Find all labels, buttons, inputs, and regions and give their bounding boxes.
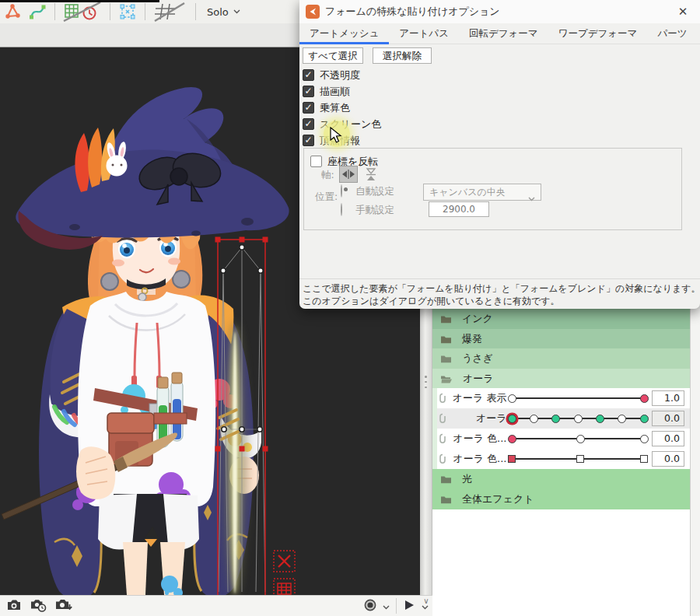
slider-knob[interactable] [618, 415, 626, 423]
param-slider-aura[interactable] [512, 408, 644, 429]
mesh-grid-button[interactable] [274, 579, 295, 595]
param-slider-aura-color-2[interactable] [512, 449, 644, 469]
checkbox-icon[interactable] [303, 102, 314, 114]
dialog-titlebar[interactable]: フォームの特殊な貼り付けオプション ✕ [299, 0, 700, 23]
special-paste-options-dialog: フォームの特殊な貼り付けオプション ✕ アートメッシュ アートパス 回転デフォー… [299, 0, 700, 309]
slider-knob[interactable] [574, 415, 583, 423]
toolbar-separator [110, 3, 110, 20]
flip-vertical-icon[interactable] [363, 166, 379, 183]
dialog-footer-note: ここで選択した要素が「フォームを貼り付け」と「フォームをブレンド」の対象になりま… [299, 278, 700, 309]
slider-knob[interactable] [576, 435, 585, 443]
solo-label: Solo [207, 6, 229, 18]
param-value-input[interactable]: 0.0 [652, 451, 684, 467]
slider-knob[interactable] [508, 415, 516, 423]
cubism-app-icon [306, 5, 320, 19]
radio-manual[interactable] [341, 204, 342, 215]
mouse-cursor [330, 127, 342, 146]
param-slider-aura-visible[interactable] [512, 388, 644, 408]
mesh-edit-icon[interactable] [0, 1, 25, 23]
checkbox-multiply-color[interactable]: 乗算色 [303, 101, 350, 114]
slider-knob[interactable] [508, 394, 516, 403]
slider-knob[interactable] [508, 455, 516, 463]
tab-artpath[interactable]: アートパス [389, 23, 459, 44]
layer-folder-rabbit[interactable]: うさぎ [432, 348, 690, 369]
play-icon[interactable] [403, 599, 415, 614]
bounding-box-icon[interactable] [115, 1, 140, 23]
camera-timer-icon[interactable] [30, 598, 47, 614]
folder-icon [440, 314, 452, 324]
chevron-down-icon[interactable]: ∨ [421, 596, 432, 607]
grid-disabled-icon[interactable] [150, 1, 191, 23]
param-value-input[interactable]: 0.0 [652, 411, 684, 426]
flip-horizontal-icon[interactable] [339, 166, 358, 183]
keyform-link-icon [439, 393, 446, 404]
param-row-aura[interactable]: オーラ : 0.0 [432, 408, 690, 429]
bottom-bar-separator [396, 598, 397, 614]
slider-knob[interactable] [551, 415, 560, 423]
slider-knob[interactable] [640, 455, 648, 463]
layer-folder-ink[interactable]: インク [432, 309, 690, 329]
flip-coordinates-group: 座標を反転 軸: 位置: 自動設定 キャンバスの中央 手動設定 2900.0 [303, 148, 682, 230]
param-row-aura-color-1[interactable]: オーラ 色... : 0.0 [432, 429, 690, 449]
slider-knob[interactable] [576, 455, 584, 463]
delete-mesh-button[interactable] [274, 551, 295, 572]
deselect-button[interactable]: 選択解除 [373, 47, 432, 64]
tab-artmesh[interactable]: アートメッシュ [299, 23, 389, 44]
axis-label: 軸: [321, 169, 334, 182]
dialog-title: フォームの特殊な貼り付けオプション [325, 5, 500, 19]
tab-rotation-deformer[interactable]: 回転デフォーマ [459, 23, 548, 44]
onion-skin-disabled-icon[interactable] [60, 1, 105, 23]
checkbox-icon[interactable] [310, 156, 322, 167]
solo-dropdown[interactable]: Solo [201, 6, 247, 18]
param-row-aura-color-2[interactable]: オーラ 色... : 0.0 [432, 449, 690, 469]
screenshot-camera-icon[interactable] [6, 598, 22, 614]
param-value-input[interactable]: 1.0 [652, 390, 684, 406]
close-icon[interactable]: ✕ [675, 4, 691, 19]
canvas-center-dropdown[interactable]: キャンバスの中央 [423, 184, 541, 201]
layer-folder-aura[interactable]: オーラ [432, 369, 690, 388]
slider-knob[interactable] [530, 415, 538, 423]
folder-icon [440, 334, 452, 344]
radio-auto[interactable] [341, 185, 342, 197]
keyform-link-icon [439, 413, 446, 424]
slider-knob[interactable] [508, 435, 516, 443]
folder-open-icon [440, 374, 453, 383]
checkbox-icon[interactable] [303, 135, 314, 146]
tab-parts[interactable]: パーツ [647, 23, 697, 44]
layer-folder-light[interactable]: 光 [432, 469, 690, 489]
slider-knob[interactable] [640, 415, 649, 423]
record-icon[interactable] [364, 599, 376, 614]
folder-icon [440, 495, 452, 504]
tab-warp-deformer[interactable]: ワープデフォーマ [548, 23, 648, 44]
param-row-aura-visible[interactable]: オーラ 表示 : 1.0 [432, 388, 690, 408]
slider-knob[interactable] [596, 415, 604, 423]
select-all-button[interactable]: すべて選択 [303, 47, 363, 64]
row-stripe [432, 408, 437, 429]
chevron-down-icon[interactable] [383, 600, 390, 612]
toolbar-separator [54, 3, 55, 20]
checkbox-icon[interactable] [303, 69, 314, 81]
character [2, 87, 289, 595]
layer-folder-explosion[interactable]: 爆発 [432, 329, 690, 348]
panel-splitter[interactable] [420, 309, 432, 595]
toolbar-separator [145, 3, 145, 20]
slider-track [512, 397, 644, 399]
param-value-input[interactable]: 0.0 [652, 431, 684, 446]
splitter-grip[interactable] [425, 376, 427, 388]
slider-knob[interactable] [640, 394, 649, 403]
camera-export-icon[interactable] [54, 598, 73, 614]
curve-edit-icon[interactable] [25, 1, 50, 23]
slider-knob[interactable] [640, 435, 649, 443]
param-slider-aura-color-1[interactable] [512, 429, 644, 449]
panel-scrollbar[interactable] [690, 309, 700, 616]
row-stripe [432, 388, 437, 408]
checkbox-icon[interactable] [303, 86, 314, 97]
position-label: 位置: [315, 191, 338, 204]
layer-folder-whole-effect[interactable]: 全体エフェクト [432, 489, 690, 509]
manual-position-input[interactable]: 2900.0 [429, 201, 489, 217]
checkbox-draw-order[interactable]: 描画順 [303, 85, 350, 98]
chevron-down-icon [528, 191, 535, 206]
keyform-link-icon [439, 433, 446, 444]
checkbox-icon[interactable] [303, 118, 314, 130]
checkbox-opacity[interactable]: 不透明度 [303, 68, 360, 82]
